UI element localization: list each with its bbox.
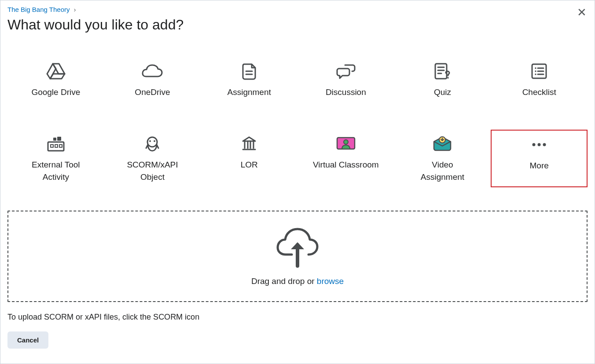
- chevron-right-icon: ›: [74, 6, 76, 13]
- page-title: What would you like to add?: [7, 17, 588, 33]
- tile-label: More: [530, 160, 549, 172]
- svg-rect-19: [57, 137, 61, 141]
- tile-assignment[interactable]: Assignment: [201, 57, 298, 106]
- breadcrumb-course-link[interactable]: The Big Bang Theory: [7, 6, 70, 13]
- svg-point-32: [538, 143, 541, 146]
- svg-point-10: [535, 70, 536, 72]
- lor-icon: [241, 134, 257, 153]
- scorm-icon: [143, 134, 161, 153]
- tile-discussion[interactable]: Discussion: [298, 57, 394, 106]
- tile-label: Checklist: [522, 86, 556, 98]
- tile-label: Virtual Classroom: [313, 159, 379, 171]
- quiz-icon: [433, 62, 451, 81]
- svg-point-6: [448, 77, 449, 79]
- tile-lor[interactable]: LOR: [201, 130, 298, 187]
- cancel-button[interactable]: Cancel: [7, 331, 48, 349]
- svg-rect-2: [435, 64, 447, 79]
- assignment-icon: [241, 62, 257, 81]
- close-icon: ✕: [577, 6, 587, 19]
- add-content-panel: The Big Bang Theory › ✕ What would you l…: [0, 0, 595, 364]
- dropzone-text: Drag and drop or browse: [251, 277, 344, 286]
- svg-rect-17: [59, 145, 62, 147]
- tile-label: Google Drive: [31, 86, 80, 98]
- tile-video-assignment[interactable]: Video Assignment: [394, 130, 491, 187]
- tile-label: LOR: [241, 159, 258, 171]
- video-assignment-icon: [432, 134, 452, 153]
- svg-point-29: [344, 140, 348, 144]
- breadcrumb: The Big Bang Theory ›: [7, 6, 588, 13]
- svg-point-20: [147, 137, 157, 147]
- tile-label: Assignment: [228, 86, 271, 98]
- svg-point-33: [543, 143, 546, 146]
- svg-point-21: [149, 140, 151, 142]
- upload-icon: [275, 226, 320, 269]
- virtual-classroom-icon: [336, 134, 356, 153]
- svg-point-8: [535, 67, 536, 69]
- tile-label: Discussion: [326, 86, 366, 98]
- tile-quiz[interactable]: Quiz: [394, 57, 491, 106]
- tile-label: External Tool Activity: [23, 159, 89, 183]
- onedrive-icon: [142, 62, 163, 81]
- discussion-icon: [336, 62, 356, 81]
- tile-onedrive[interactable]: OneDrive: [104, 57, 201, 106]
- svg-rect-16: [55, 145, 58, 147]
- tile-label: SCORM/xAPI Object: [119, 159, 185, 183]
- svg-rect-15: [51, 145, 53, 147]
- tile-google-drive[interactable]: Google Drive: [7, 57, 104, 106]
- tile-virtual-classroom[interactable]: Virtual Classroom: [298, 130, 394, 187]
- tile-external-tool[interactable]: External Tool Activity: [7, 130, 104, 187]
- more-icon: [530, 135, 548, 154]
- tile-label: Quiz: [434, 86, 451, 98]
- svg-point-22: [154, 140, 155, 142]
- svg-point-31: [533, 143, 536, 146]
- tile-more[interactable]: More: [491, 130, 588, 187]
- tile-label: Video Assignment: [409, 159, 475, 183]
- tile-scorm[interactable]: SCORM/xAPI Object: [104, 130, 201, 187]
- google-drive-icon: [46, 62, 66, 81]
- content-type-grid: Google Drive OneDrive Assignment: [7, 46, 588, 203]
- checklist-icon: [531, 62, 547, 81]
- tile-checklist[interactable]: Checklist: [491, 57, 588, 106]
- svg-rect-18: [53, 138, 56, 141]
- tile-label: OneDrive: [135, 86, 170, 98]
- svg-point-12: [535, 73, 536, 75]
- upload-hint: To upload SCORM or xAPI files, click the…: [7, 313, 588, 322]
- external-tool-icon: [47, 134, 65, 153]
- file-dropzone[interactable]: Drag and drop or browse: [7, 211, 588, 302]
- close-button[interactable]: ✕: [577, 7, 587, 18]
- browse-link[interactable]: browse: [317, 277, 344, 286]
